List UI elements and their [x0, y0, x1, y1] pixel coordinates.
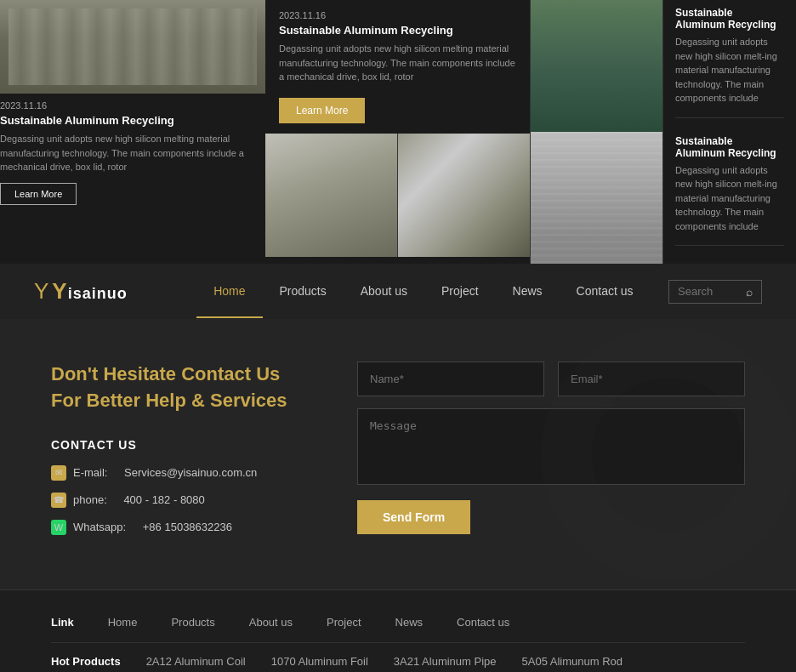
- search-input[interactable]: [678, 285, 746, 298]
- contact-left: Don't Hesitate Contact Us For Better Hel…: [51, 362, 306, 547]
- phone-label: phone:: [73, 493, 107, 506]
- footer-hot-row: Hot Products 2A12 Aluminum Coil 1070 Alu…: [51, 642, 745, 668]
- footer-link-project[interactable]: Project: [327, 616, 361, 629]
- footer-hot-link-3[interactable]: 3A21 Aluminum Pipe: [394, 655, 497, 668]
- footer-links-row: Link Home Products About us Project News…: [51, 616, 745, 629]
- right-article-desc-2: Degassing unit adopts new high silicon m…: [675, 163, 784, 234]
- footer-hot-link-2[interactable]: 1070 Aluminum Foil: [271, 655, 368, 668]
- contact-email-item: ✉ E-mail: Services@yisainuo.com.cn: [51, 465, 306, 481]
- search-icon[interactable]: ⌕: [746, 285, 753, 299]
- nav-news[interactable]: News: [496, 265, 560, 318]
- article-desc-left: Degassing unit adopts new high silicon m…: [0, 132, 265, 174]
- footer-link-label: Link: [51, 616, 74, 629]
- middle-column: 2023.11.16 Sustainable Aluminum Recyclin…: [265, 0, 531, 264]
- form-message-input[interactable]: [357, 408, 745, 485]
- footer-hot-label: Hot Products: [51, 655, 121, 668]
- footer-hot-link-4[interactable]: 5A05 Alimunum Rod: [522, 655, 623, 668]
- right-article-2: Sustainable Aluminum Recycling Degassing…: [675, 135, 784, 247]
- contact-form: Send Form: [357, 362, 745, 534]
- footer-link-news[interactable]: News: [395, 616, 424, 629]
- left-column: 2023.11.16 Sustainable Aluminum Recyclin…: [0, 0, 265, 264]
- learn-more-button-middle[interactable]: Learn More: [279, 98, 365, 123]
- contact-us-label: CONTACT US: [51, 438, 306, 452]
- right-article-title-2: Sustainable Aluminum Recycling: [675, 135, 784, 159]
- nav-contact[interactable]: Contact us: [560, 265, 651, 318]
- email-label: E-mail:: [73, 466, 107, 479]
- contact-phone-item: ☎ phone: 400 - 182 - 8080: [51, 493, 306, 508]
- left-article: 2023.11.16 Sustainable Aluminum Recyclin…: [0, 100, 265, 205]
- right-article-1: Sustainable Aluminum Recycling Degassing…: [675, 7, 784, 118]
- article-title-middle: Sustainable Aluminum Recycling: [279, 24, 516, 37]
- nav-project[interactable]: Project: [424, 265, 496, 318]
- footer-link-products[interactable]: Products: [171, 616, 214, 629]
- right-top-image: [531, 0, 662, 132]
- form-submit-button[interactable]: Send Form: [357, 500, 470, 534]
- footer-link-home[interactable]: Home: [108, 616, 138, 629]
- article-desc-middle: Degassing unit adopts new high silicon m…: [279, 42, 516, 84]
- learn-more-button-left[interactable]: Learn More: [0, 183, 77, 205]
- right-article-desc-1: Degassing unit adopts new high silicon m…: [675, 35, 784, 105]
- footer-link-contact[interactable]: Contact us: [457, 616, 509, 629]
- logo-text: Yisainuo: [52, 278, 127, 305]
- form-email-input[interactable]: [558, 362, 745, 396]
- search-box[interactable]: ⌕: [668, 280, 762, 304]
- nav-about[interactable]: About us: [344, 265, 424, 318]
- form-name-input[interactable]: [357, 362, 544, 396]
- footer-hot-link-1[interactable]: 2A12 Aluminum Coil: [146, 655, 246, 668]
- middle-image-left: [265, 134, 398, 257]
- right-article-title-1: Sustainable Aluminum Recycling: [675, 7, 784, 31]
- logo-icon: Y: [34, 278, 48, 305]
- footer-link-about[interactable]: About us: [249, 616, 293, 629]
- whatsapp-value: +86 15038632236: [143, 521, 232, 533]
- middle-image-right: [398, 134, 530, 257]
- contact-title: Don't Hesitate Contact Us For Better Hel…: [51, 362, 306, 414]
- email-value: Services@yisainuo.com.cn: [124, 466, 257, 479]
- article-title-left: Sustainable Aluminum Recycling: [0, 114, 265, 127]
- phone-value: 400 - 182 - 8080: [123, 493, 204, 506]
- top-news-section: 2023.11.16 Sustainable Aluminum Recyclin…: [0, 0, 796, 264]
- whatsapp-icon: W: [51, 520, 66, 535]
- nav-home[interactable]: Home: [196, 265, 262, 318]
- contact-whatsapp-item: W Whatsapp: +86 15038632236: [51, 520, 306, 535]
- article-date-left: 2023.11.16: [0, 100, 265, 111]
- article-image-left: [0, 0, 265, 94]
- whatsapp-label: Whatsapp:: [73, 521, 126, 533]
- article-date-middle: 2023.11.16: [279, 10, 516, 20]
- middle-bottom-images: [265, 134, 530, 265]
- contact-section: Don't Hesitate Contact Us For Better Hel…: [0, 319, 796, 589]
- form-top-row: [357, 362, 745, 396]
- footer: Link Home Products About us Project News…: [0, 589, 796, 672]
- navbar: Y Yisainuo Home Products About us Projec…: [0, 264, 796, 319]
- phone-icon: ☎: [51, 493, 66, 508]
- nav-products[interactable]: Products: [263, 265, 344, 318]
- nav-links: Home Products About us Project News Cont…: [179, 265, 668, 318]
- email-icon: ✉: [51, 465, 66, 481]
- right-column: Sustainable Aluminum Recycling Degassing…: [531, 0, 796, 264]
- middle-article: 2023.11.16 Sustainable Aluminum Recyclin…: [265, 0, 530, 134]
- logo-area[interactable]: Y Yisainuo: [34, 278, 128, 305]
